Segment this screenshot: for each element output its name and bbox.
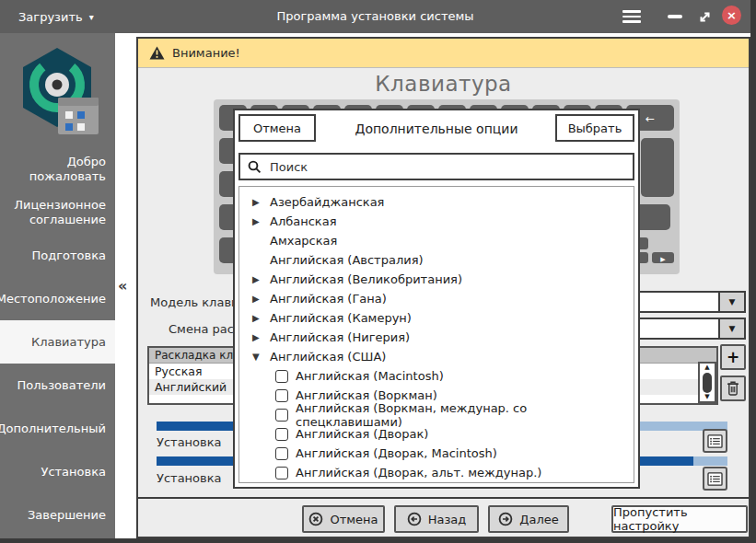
layout-tree: ▶Азербайджанская▶АлбанскаяАмхарскаяАнгли…	[238, 186, 634, 483]
back-button[interactable]: Назад	[394, 505, 479, 533]
search-box[interactable]	[238, 153, 634, 180]
layout-tree-item[interactable]: ▶Английская (Нигерия)	[239, 328, 634, 347]
cancel-circle-icon	[308, 512, 323, 526]
hamburger-menu-button[interactable]	[621, 6, 643, 28]
add-layout-button[interactable]: +	[720, 344, 746, 370]
layout-preview-button[interactable]	[703, 467, 727, 491]
back-arrow-icon	[407, 512, 422, 526]
svg-text:←: ←	[646, 112, 655, 125]
layout-label: Английская (Камерун)	[270, 311, 412, 325]
layout-label: Английская (Macintosh)	[296, 369, 444, 383]
layout-preview-button[interactable]	[703, 429, 727, 453]
plus-icon: +	[727, 348, 739, 366]
sidebar-step[interactable]: Подготовка	[0, 234, 115, 277]
layout-tree-item[interactable]: ▶Азербайджанская	[239, 192, 634, 212]
expand-arrow-icon[interactable]: ▶	[252, 274, 270, 284]
expand-arrow-icon[interactable]: ▶	[252, 216, 270, 226]
skip-setup-label: Пропустить настройку	[613, 505, 746, 533]
sidebar-step-label: Клавиатура	[31, 335, 106, 349]
warning-banner: Внимание!	[138, 39, 749, 68]
dropdown-arrow-icon[interactable]: ▼	[718, 293, 744, 311]
layout-label: Английская (Австралия)	[270, 253, 424, 267]
layout-tree-item[interactable]: ▶Английская (Гана)	[239, 289, 634, 308]
footer-divider	[138, 497, 749, 499]
resize-icon	[698, 10, 712, 24]
layout-tree-item[interactable]: Английская (Австралия)	[239, 250, 634, 270]
sidebar-step[interactable]: Пользователи	[0, 364, 115, 407]
expand-arrow-icon[interactable]: ▶	[252, 197, 270, 207]
expand-arrow-icon[interactable]: ▶	[252, 313, 270, 323]
next-label: Далее	[519, 513, 558, 526]
warning-icon	[149, 46, 165, 60]
sidebar-step[interactable]: Клавиатура	[0, 320, 115, 364]
dialog-select-button[interactable]: Выбрать	[555, 114, 634, 142]
layout-label: Английская (Воркман, междунар. со спецкл…	[296, 401, 634, 429]
remove-layout-button[interactable]	[720, 375, 746, 401]
checkbox[interactable]	[275, 370, 288, 383]
checkbox[interactable]	[275, 447, 288, 460]
sidebar-step[interactable]: Местоположение	[0, 277, 115, 320]
next-button[interactable]: Далее	[488, 505, 569, 533]
scroll-down-icon[interactable]: ▼	[704, 394, 709, 400]
titlebar: Загрузить ▾ Программа установки системы …	[0, 0, 750, 33]
checkbox[interactable]	[275, 409, 288, 422]
checkbox[interactable]	[275, 389, 288, 402]
layout-label: Английская (Нигерия)	[270, 330, 410, 344]
search-icon	[248, 160, 262, 174]
installer-logo	[15, 44, 99, 144]
sidebar: Добро пожаловатьЛицензионное соглашениеП…	[0, 33, 115, 538]
scrollbar-thumb[interactable]	[703, 373, 712, 393]
hamburger-icon	[622, 10, 641, 13]
layout-tree-item[interactable]: Английская (Дворак, альт. междунар.)	[239, 463, 634, 482]
checkbox[interactable]	[275, 428, 288, 441]
search-input[interactable]	[268, 159, 625, 175]
sidebar-step[interactable]: Лицензионное соглашение	[0, 191, 115, 234]
minimize-icon	[668, 15, 682, 17]
expand-arrow-icon[interactable]: ▶	[252, 294, 270, 304]
close-button[interactable]: ×	[722, 6, 741, 25]
sidebar-step[interactable]: Добро пожаловать	[0, 147, 115, 191]
warning-text: Внимание!	[172, 46, 240, 60]
layout-label: Английская (Дворак, Macintosh)	[296, 446, 497, 460]
layout-label: Азербайджанская	[270, 195, 384, 209]
layout-label: Английская (Великобритания)	[270, 272, 462, 286]
layout-tree-item[interactable]: Амхарская	[239, 231, 634, 250]
layout-tree-item[interactable]: ▶Английская (Камерун)	[239, 308, 634, 328]
layout-tree-item[interactable]: ▶Албанская	[239, 212, 634, 231]
dropdown-arrow-icon[interactable]: ▼	[718, 319, 744, 338]
sidebar-step-label: Подготовка	[31, 248, 106, 262]
progress-label: Установка	[157, 471, 222, 485]
trash-icon	[727, 381, 739, 396]
sidebar-step-label: Дополнительный	[0, 422, 106, 435]
scroll-up-icon[interactable]: ▲	[704, 364, 709, 371]
installer-window: Загрузить ▾ Программа установки системы …	[0, 0, 756, 543]
skip-setup-button[interactable]: Пропустить настройку	[611, 505, 748, 533]
sidebar-collapse-button[interactable]: «	[118, 277, 127, 295]
svg-text:▶: ▶	[660, 256, 666, 263]
back-label: Назад	[428, 513, 467, 526]
list-icon	[707, 472, 723, 486]
layout-label: Английская (США)	[270, 350, 386, 364]
sidebar-step[interactable]: Завершение	[0, 493, 115, 537]
layout-tree-item[interactable]: Английская (Дворак, Macintosh)	[239, 444, 634, 463]
sidebar-step[interactable]: Дополнительный	[0, 407, 115, 450]
sidebar-step-label: Завершение	[28, 508, 106, 522]
checkbox[interactable]	[275, 467, 288, 479]
advanced-options-dialog: Отмена Дополнительные опции Выбрать ▶Азе…	[233, 109, 640, 489]
expand-arrow-icon[interactable]: ▶	[252, 332, 270, 342]
layout-tree-item[interactable]: Английская (Воркман, междунар. со спецкл…	[239, 405, 634, 424]
cancel-label: Отмена	[330, 513, 378, 526]
layout-tree-item[interactable]: Английская (Macintosh)	[239, 366, 634, 386]
minimize-button[interactable]	[664, 6, 686, 28]
layout-tree-item[interactable]: ▼Английская (США)	[239, 347, 634, 366]
sidebar-step[interactable]: Установка	[0, 450, 115, 493]
collapse-arrow-icon[interactable]: ▼	[252, 352, 270, 362]
layouts-scrollbar[interactable]: ▲ ▼	[698, 362, 716, 403]
progress-label: Установка	[157, 435, 222, 449]
layout-label: Албанская	[270, 214, 336, 228]
close-icon: ×	[727, 9, 737, 21]
layout-label: Английская (Гана)	[270, 292, 387, 306]
cancel-button[interactable]: Отмена	[302, 505, 385, 533]
layout-tree-item[interactable]: ▶Английская (Великобритания)	[239, 270, 634, 289]
resize-button[interactable]	[693, 6, 715, 28]
